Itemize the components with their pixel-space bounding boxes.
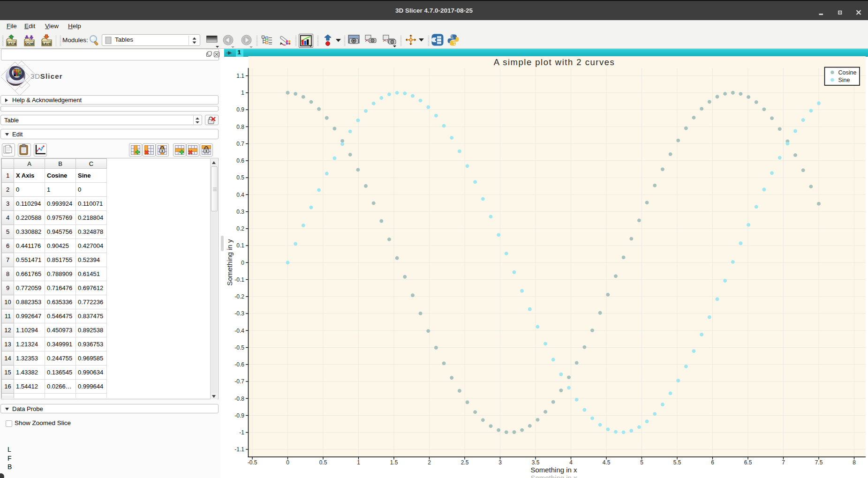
svg-text:-0.4: -0.4 xyxy=(234,328,244,334)
svg-text:0.7: 0.7 xyxy=(236,141,244,147)
svg-text:7.5: 7.5 xyxy=(815,459,823,466)
svg-text:-0.7: -0.7 xyxy=(234,378,244,385)
svg-text:-0.1: -0.1 xyxy=(234,276,244,283)
svg-text:-1.1: -1.1 xyxy=(234,446,244,453)
svg-text:0.6: 0.6 xyxy=(236,157,244,164)
svg-text:0.8: 0.8 xyxy=(236,124,244,130)
svg-text:5.5: 5.5 xyxy=(673,459,681,466)
svg-text:1.1: 1.1 xyxy=(236,73,244,79)
svg-text:1: 1 xyxy=(357,459,360,466)
svg-text:Cosine: Cosine xyxy=(838,69,857,76)
svg-text:-0.2: -0.2 xyxy=(234,293,244,300)
svg-text:0.1: 0.1 xyxy=(236,242,244,249)
svg-text:5: 5 xyxy=(640,459,643,466)
svg-text:3.5: 3.5 xyxy=(532,459,540,466)
svg-text:1: 1 xyxy=(241,90,244,96)
svg-text:3: 3 xyxy=(498,459,502,466)
svg-text:-1: -1 xyxy=(239,429,244,436)
svg-text:4.5: 4.5 xyxy=(603,459,611,466)
svg-text:Something in y: Something in y xyxy=(226,239,234,286)
svg-text:6: 6 xyxy=(711,459,714,466)
svg-text:2.5: 2.5 xyxy=(461,459,469,466)
svg-text:Something in x: Something in x xyxy=(530,466,577,474)
svg-text:-0.5: -0.5 xyxy=(234,344,244,351)
svg-text:4: 4 xyxy=(569,459,573,466)
svg-text:0.3: 0.3 xyxy=(236,209,244,215)
svg-text:2: 2 xyxy=(428,459,431,466)
svg-text:0.5: 0.5 xyxy=(319,459,327,466)
svg-text:Sine: Sine xyxy=(838,77,850,83)
svg-text:0.5: 0.5 xyxy=(236,174,244,181)
svg-text:Something in x: Something in x xyxy=(530,474,577,478)
svg-text:0: 0 xyxy=(286,459,289,466)
svg-text:6.5: 6.5 xyxy=(744,459,752,466)
svg-text:-0.9: -0.9 xyxy=(234,412,244,419)
svg-text:-0.3: -0.3 xyxy=(234,310,244,317)
svg-text:0.4: 0.4 xyxy=(236,192,244,198)
svg-text:0: 0 xyxy=(241,260,244,266)
svg-text:SAVE: SAVE xyxy=(42,42,52,46)
svg-text:-0.6: -0.6 xyxy=(234,361,244,368)
svg-text:3DSlicer: 3DSlicer xyxy=(30,72,63,80)
svg-text:7: 7 xyxy=(782,459,785,466)
svg-text:1.5: 1.5 xyxy=(390,459,398,466)
svg-text:A simple plot with 2 curves: A simple plot with 2 curves xyxy=(494,57,615,67)
svg-text:0.2: 0.2 xyxy=(236,225,244,232)
svg-text:0.9: 0.9 xyxy=(236,106,244,113)
svg-text:-0.8: -0.8 xyxy=(234,396,244,402)
svg-text:DCM: DCM xyxy=(25,42,33,46)
svg-text:DATA: DATA xyxy=(7,42,16,46)
svg-text:-0.5: -0.5 xyxy=(248,459,257,466)
svg-text:8: 8 xyxy=(853,459,856,466)
